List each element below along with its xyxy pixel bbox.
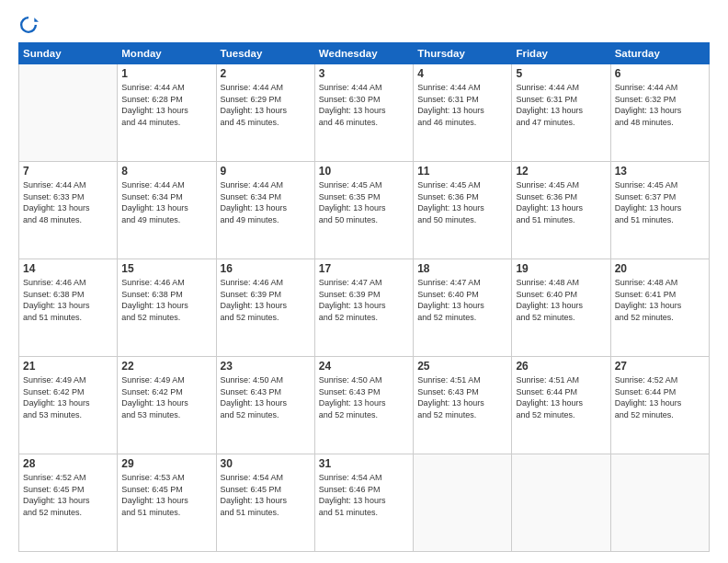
calendar-cell: 29Sunrise: 4:53 AMSunset: 6:45 PMDayligh… (118, 454, 216, 552)
day-info: Sunrise: 4:44 AMSunset: 6:31 PMDaylight:… (516, 82, 606, 128)
calendar-cell: 18Sunrise: 4:47 AMSunset: 6:40 PMDayligh… (414, 259, 512, 357)
day-number: 11 (417, 165, 507, 178)
day-number: 5 (516, 67, 606, 80)
calendar-week-row: 28Sunrise: 4:52 AMSunset: 6:45 PMDayligh… (19, 454, 710, 552)
day-number: 2 (221, 67, 311, 80)
day-info: Sunrise: 4:54 AMSunset: 6:45 PMDaylight:… (221, 472, 311, 518)
logo (18, 15, 42, 35)
calendar-cell: 7Sunrise: 4:44 AMSunset: 6:33 PMDaylight… (19, 162, 118, 259)
calendar-cell (19, 64, 118, 162)
calendar-header-row: SundayMondayTuesdayWednesdayThursdayFrid… (19, 43, 710, 64)
day-info: Sunrise: 4:46 AMSunset: 6:38 PMDaylight:… (121, 277, 211, 323)
day-info: Sunrise: 4:44 AMSunset: 6:33 PMDaylight:… (23, 179, 113, 225)
day-info: Sunrise: 4:44 AMSunset: 6:30 PMDaylight:… (319, 82, 409, 128)
day-number: 30 (221, 457, 311, 470)
day-number: 10 (319, 165, 409, 178)
day-info: Sunrise: 4:45 AMSunset: 6:36 PMDaylight:… (417, 179, 507, 225)
calendar-cell: 31Sunrise: 4:54 AMSunset: 6:46 PMDayligh… (314, 454, 413, 552)
day-number: 27 (615, 360, 705, 373)
day-number: 18 (417, 262, 507, 275)
header (18, 15, 710, 35)
col-header-sunday: Sunday (19, 43, 118, 64)
calendar-cell: 28Sunrise: 4:52 AMSunset: 6:45 PMDayligh… (19, 454, 118, 552)
day-number: 20 (615, 262, 705, 275)
day-info: Sunrise: 4:49 AMSunset: 6:42 PMDaylight:… (121, 374, 211, 420)
day-info: Sunrise: 4:48 AMSunset: 6:40 PMDaylight:… (516, 277, 606, 323)
calendar-cell: 25Sunrise: 4:51 AMSunset: 6:43 PMDayligh… (414, 357, 512, 454)
calendar-cell: 12Sunrise: 4:45 AMSunset: 6:36 PMDayligh… (512, 162, 610, 259)
calendar-cell (512, 454, 610, 552)
calendar-cell (610, 454, 709, 552)
calendar-cell: 23Sunrise: 4:50 AMSunset: 6:43 PMDayligh… (216, 357, 314, 454)
day-info: Sunrise: 4:50 AMSunset: 6:43 PMDaylight:… (221, 374, 311, 420)
calendar-cell: 4Sunrise: 4:44 AMSunset: 6:31 PMDaylight… (414, 64, 512, 162)
calendar-cell (414, 454, 512, 552)
day-info: Sunrise: 4:44 AMSunset: 6:32 PMDaylight:… (615, 82, 705, 128)
day-number: 6 (615, 67, 705, 80)
calendar-cell: 6Sunrise: 4:44 AMSunset: 6:32 PMDaylight… (610, 64, 709, 162)
col-header-wednesday: Wednesday (314, 43, 413, 64)
calendar-cell: 15Sunrise: 4:46 AMSunset: 6:38 PMDayligh… (118, 259, 216, 357)
day-number: 9 (221, 165, 311, 178)
calendar-cell: 19Sunrise: 4:48 AMSunset: 6:40 PMDayligh… (512, 259, 610, 357)
day-info: Sunrise: 4:46 AMSunset: 6:39 PMDaylight:… (221, 277, 311, 323)
day-number: 19 (516, 262, 606, 275)
day-info: Sunrise: 4:54 AMSunset: 6:46 PMDaylight:… (319, 472, 409, 518)
calendar-cell: 16Sunrise: 4:46 AMSunset: 6:39 PMDayligh… (216, 259, 314, 357)
day-number: 4 (417, 67, 507, 80)
calendar-week-row: 14Sunrise: 4:46 AMSunset: 6:38 PMDayligh… (19, 259, 710, 357)
day-number: 28 (23, 457, 113, 470)
day-info: Sunrise: 4:45 AMSunset: 6:37 PMDaylight:… (615, 179, 705, 225)
day-info: Sunrise: 4:50 AMSunset: 6:43 PMDaylight:… (319, 374, 409, 420)
calendar-cell: 8Sunrise: 4:44 AMSunset: 6:34 PMDaylight… (118, 162, 216, 259)
calendar-cell: 9Sunrise: 4:44 AMSunset: 6:34 PMDaylight… (216, 162, 314, 259)
calendar-cell: 2Sunrise: 4:44 AMSunset: 6:29 PMDaylight… (216, 64, 314, 162)
day-info: Sunrise: 4:44 AMSunset: 6:34 PMDaylight:… (121, 179, 211, 225)
day-info: Sunrise: 4:46 AMSunset: 6:38 PMDaylight:… (23, 277, 113, 323)
day-number: 7 (23, 165, 113, 178)
day-number: 12 (516, 165, 606, 178)
day-info: Sunrise: 4:51 AMSunset: 6:43 PMDaylight:… (417, 374, 507, 420)
calendar-cell: 13Sunrise: 4:45 AMSunset: 6:37 PMDayligh… (610, 162, 709, 259)
day-info: Sunrise: 4:52 AMSunset: 6:45 PMDaylight:… (23, 472, 113, 518)
day-number: 3 (319, 67, 409, 80)
day-number: 15 (121, 262, 211, 275)
day-number: 21 (23, 360, 113, 373)
day-info: Sunrise: 4:44 AMSunset: 6:31 PMDaylight:… (417, 82, 507, 128)
calendar-week-row: 1Sunrise: 4:44 AMSunset: 6:28 PMDaylight… (19, 64, 710, 162)
calendar-cell: 1Sunrise: 4:44 AMSunset: 6:28 PMDaylight… (118, 64, 216, 162)
page: SundayMondayTuesdayWednesdayThursdayFrid… (0, 0, 728, 563)
calendar-cell: 5Sunrise: 4:44 AMSunset: 6:31 PMDaylight… (512, 64, 610, 162)
day-info: Sunrise: 4:44 AMSunset: 6:29 PMDaylight:… (221, 82, 311, 128)
calendar-cell: 14Sunrise: 4:46 AMSunset: 6:38 PMDayligh… (19, 259, 118, 357)
day-number: 1 (121, 67, 211, 80)
day-info: Sunrise: 4:52 AMSunset: 6:44 PMDaylight:… (615, 374, 705, 420)
day-number: 26 (516, 360, 606, 373)
calendar-table: SundayMondayTuesdayWednesdayThursdayFrid… (18, 42, 710, 552)
calendar-week-row: 21Sunrise: 4:49 AMSunset: 6:42 PMDayligh… (19, 357, 710, 454)
day-number: 22 (121, 360, 211, 373)
day-info: Sunrise: 4:53 AMSunset: 6:45 PMDaylight:… (121, 472, 211, 518)
day-number: 29 (121, 457, 211, 470)
day-info: Sunrise: 4:44 AMSunset: 6:34 PMDaylight:… (221, 179, 311, 225)
col-header-saturday: Saturday (610, 43, 709, 64)
svg-marker-0 (34, 17, 39, 22)
calendar-cell: 3Sunrise: 4:44 AMSunset: 6:30 PMDaylight… (314, 64, 413, 162)
day-number: 17 (319, 262, 409, 275)
day-info: Sunrise: 4:48 AMSunset: 6:41 PMDaylight:… (615, 277, 705, 323)
day-info: Sunrise: 4:51 AMSunset: 6:44 PMDaylight:… (516, 374, 606, 420)
day-info: Sunrise: 4:44 AMSunset: 6:28 PMDaylight:… (121, 82, 211, 128)
day-number: 24 (319, 360, 409, 373)
day-info: Sunrise: 4:47 AMSunset: 6:39 PMDaylight:… (319, 277, 409, 323)
day-info: Sunrise: 4:45 AMSunset: 6:36 PMDaylight:… (516, 179, 606, 225)
day-number: 25 (417, 360, 507, 373)
day-number: 8 (121, 165, 211, 178)
day-number: 13 (615, 165, 705, 178)
day-number: 31 (319, 457, 409, 470)
day-number: 14 (23, 262, 113, 275)
calendar-week-row: 7Sunrise: 4:44 AMSunset: 6:33 PMDaylight… (19, 162, 710, 259)
day-info: Sunrise: 4:49 AMSunset: 6:42 PMDaylight:… (23, 374, 113, 420)
day-number: 23 (221, 360, 311, 373)
calendar-cell: 21Sunrise: 4:49 AMSunset: 6:42 PMDayligh… (19, 357, 118, 454)
col-header-monday: Monday (118, 43, 216, 64)
